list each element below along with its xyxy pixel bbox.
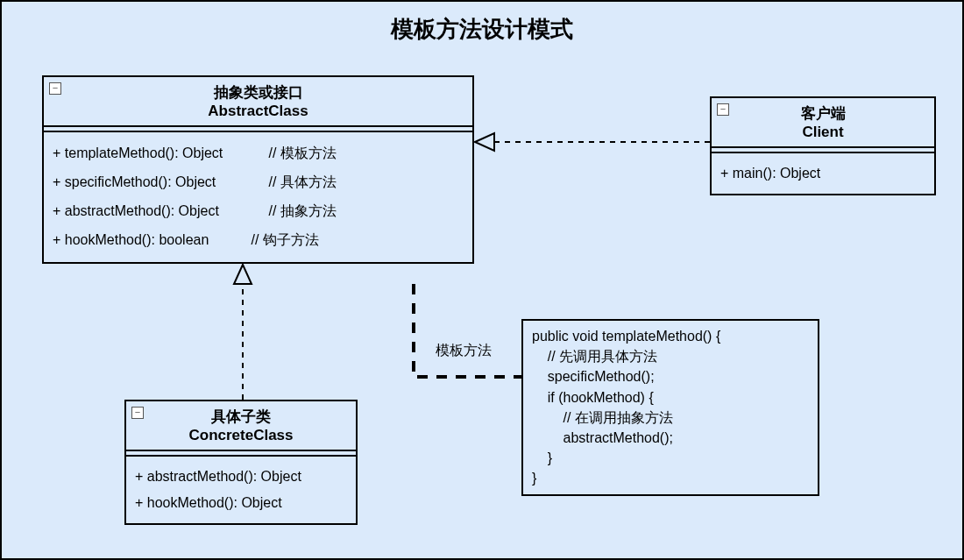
class-concrete-name-en: ConcreteClass [130, 427, 352, 444]
edge-label-template: 模板方法 [436, 342, 492, 360]
collapse-icon[interactable]: − [49, 82, 61, 95]
class-concrete: − 具体子类 ConcreteClass + abstractMethod():… [124, 400, 358, 525]
method-row: + templateMethod(): Object // 模板方法 [53, 139, 464, 168]
method-comment: // 具体方法 [268, 174, 336, 192]
method-row: + abstractMethod(): Object [135, 464, 347, 490]
method-sig: + templateMethod(): Object [53, 145, 254, 161]
arrowhead-open-triangle-icon [475, 133, 494, 151]
method-row: + abstractMethod(): Object // 抽象方法 [53, 197, 464, 226]
edge-abstract-note [414, 284, 521, 377]
collapse-icon[interactable]: − [717, 103, 729, 116]
method-sig: + specificMethod(): Object [53, 174, 254, 190]
method-row: + specificMethod(): Object // 具体方法 [53, 168, 464, 197]
class-abstract-name-en: AbstractClass [47, 103, 469, 120]
class-concrete-body: + abstractMethod(): Object + hookMethod(… [126, 457, 356, 523]
method-sig: + main(): Object [720, 166, 820, 181]
class-client-name-cn: 客户端 [715, 103, 931, 124]
code-note: public void templateMethod() { // 先调用具体方… [521, 319, 819, 496]
method-sig: + hookMethod(): boolean [53, 232, 237, 248]
method-sig: + abstractMethod(): Object [53, 203, 254, 219]
class-abstract: − 抽象类或接口 AbstractClass + templateMethod(… [42, 75, 474, 264]
class-concrete-name-cn: 具体子类 [130, 407, 352, 427]
method-row: + hookMethod(): boolean // 钩子方法 [53, 226, 464, 255]
class-abstract-name-cn: 抽象类或接口 [47, 82, 469, 103]
class-concrete-header: − 具体子类 ConcreteClass [126, 401, 356, 451]
method-row: + main(): Object [720, 160, 925, 187]
method-comment: // 抽象方法 [268, 202, 336, 221]
class-client-body: + main(): Object [712, 153, 934, 194]
method-comment: // 模板方法 [268, 145, 336, 163]
collapse-icon[interactable]: − [131, 407, 144, 419]
method-sig: + hookMethod(): Object [135, 495, 282, 511]
class-client-header: − 客户端 Client [712, 98, 934, 148]
class-abstract-header: − 抽象类或接口 AbstractClass [44, 77, 472, 127]
diagram-canvas: 模板方法设计模式 − 抽象类或接口 AbstractClass + templa… [0, 0, 964, 560]
class-client-name-en: Client [715, 124, 931, 141]
class-abstract-body: + templateMethod(): Object // 模板方法 + spe… [44, 132, 472, 262]
method-row: + hookMethod(): Object [135, 490, 347, 516]
method-comment: // 钩子方法 [251, 231, 318, 250]
class-client: − 客户端 Client + main(): Object [710, 96, 936, 195]
method-sig: + abstractMethod(): Object [135, 469, 301, 485]
diagram-title: 模板方法设计模式 [2, 14, 962, 45]
arrowhead-open-triangle-icon [234, 265, 252, 284]
